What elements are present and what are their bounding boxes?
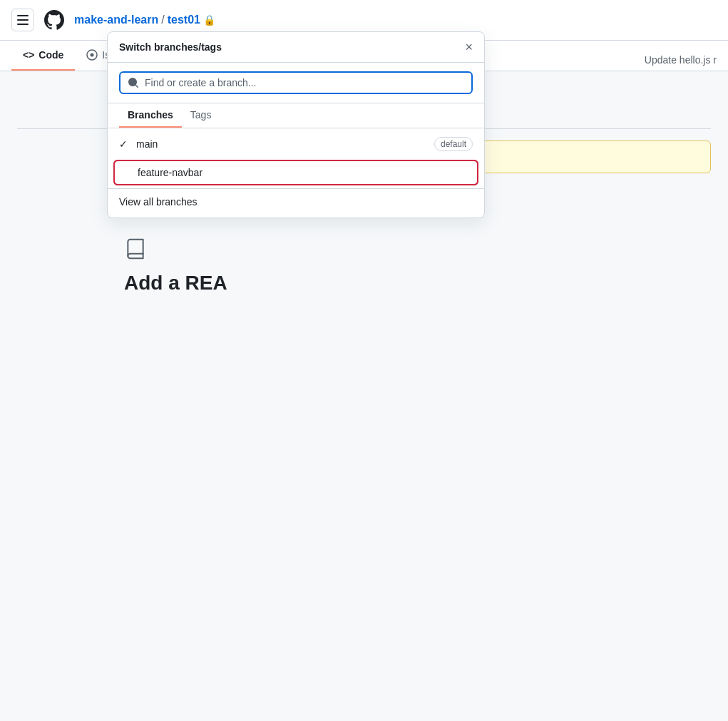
search-icon xyxy=(128,77,139,88)
dropdown-tab-branches[interactable]: Branches xyxy=(119,103,182,128)
code-icon: <> xyxy=(23,49,34,61)
bottom-area: Add a REA xyxy=(17,237,711,295)
branch-item-main[interactable]: ✓ main default xyxy=(108,131,484,157)
right-panel-partial: Update hello.js r xyxy=(633,43,728,77)
hamburger-menu-button[interactable] xyxy=(11,9,34,31)
lock-icon: 🔒 xyxy=(203,14,215,26)
dropdown-header: Switch branches/tags × xyxy=(108,32,484,63)
dropdown-search-area xyxy=(108,63,484,103)
branch-search-input[interactable] xyxy=(145,77,464,88)
hamburger-line-1 xyxy=(17,15,29,16)
dropdown-title: Switch branches/tags xyxy=(119,41,222,53)
repo-breadcrumb: make-and-learn / test01 🔒 xyxy=(74,14,215,26)
branch-name-feature: feature-navbar xyxy=(138,167,202,178)
tab-code[interactable]: <> Code xyxy=(11,41,75,71)
path-separator: / xyxy=(161,14,164,26)
github-logo-icon[interactable] xyxy=(43,9,66,31)
commit-message-partial: Update hello.js r xyxy=(645,54,717,66)
search-input-wrapper xyxy=(119,71,473,94)
main-content: test01 Private feature-navbar had recent… xyxy=(0,71,728,312)
dropdown-tab-tags[interactable]: Tags xyxy=(182,103,220,128)
repo-name-link[interactable]: test01 xyxy=(168,14,200,26)
dropdown-tabs: Branches Tags xyxy=(108,103,484,128)
branch-list: ✓ main default feature-navbar View all b… xyxy=(108,128,484,218)
checkmark-icon: ✓ xyxy=(119,138,130,150)
book-icon xyxy=(124,237,711,266)
add-readme-title: Add a REA xyxy=(124,272,711,295)
hamburger-line-3 xyxy=(17,24,29,25)
issues-icon xyxy=(86,49,98,61)
default-badge: default xyxy=(434,137,473,151)
view-all-branches-link[interactable]: View all branches xyxy=(108,188,484,215)
org-name-link[interactable]: make-and-learn xyxy=(74,14,158,26)
branch-name-main: main xyxy=(136,138,158,150)
tab-code-label: Code xyxy=(39,49,63,61)
branch-item-feature-navbar[interactable]: feature-navbar xyxy=(113,160,478,185)
branch-item-main-left: ✓ main xyxy=(119,138,158,150)
svg-point-1 xyxy=(91,53,94,57)
branch-dropdown: Switch branches/tags × Branches Tags ✓ m… xyxy=(107,31,485,218)
hamburger-line-2 xyxy=(17,19,29,21)
dropdown-close-button[interactable]: × xyxy=(465,41,473,53)
